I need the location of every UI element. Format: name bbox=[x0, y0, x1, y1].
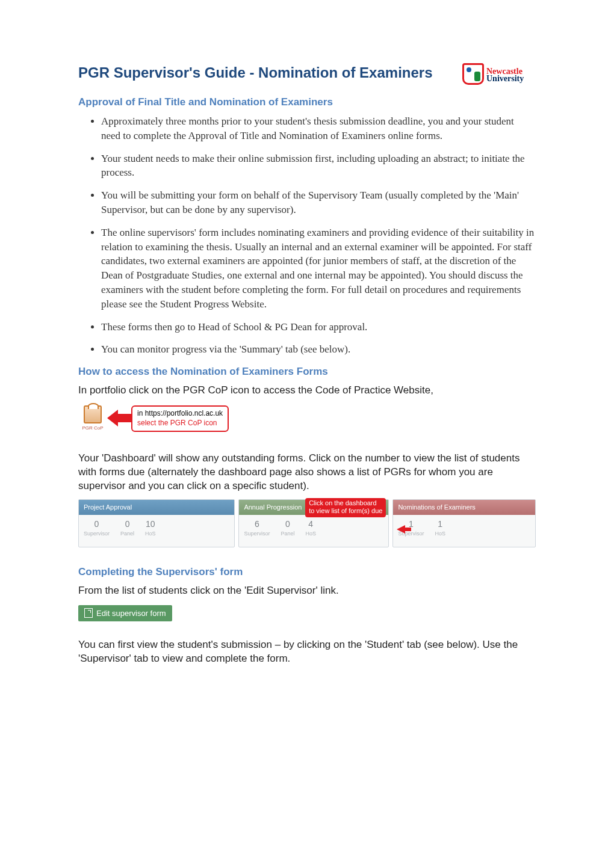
dash-col[interactable]: 0 Panel bbox=[120, 519, 134, 537]
padlock-icon bbox=[84, 405, 102, 423]
logo-crest-icon bbox=[462, 63, 484, 85]
callout-line2: select the PGR CoP icon bbox=[137, 419, 223, 428]
cop-icon-callout: PGR CoP in https://portfolio.ncl.ac.uk s… bbox=[78, 402, 536, 435]
dashboard-callout-line1: Click on the dashboard bbox=[309, 499, 382, 507]
section-heading-access: How to access the Nomination of Examiner… bbox=[78, 365, 536, 379]
dash-label: Panel bbox=[120, 530, 134, 537]
dash-count: 0 bbox=[285, 519, 290, 530]
page-header: PGR Supervisor's Guide - Nomination of E… bbox=[78, 63, 536, 87]
callout-speech-box: in https://portfolio.ncl.ac.uk select th… bbox=[131, 405, 229, 431]
list-item: The online supervisors' form includes no… bbox=[101, 226, 536, 312]
dash-col[interactable]: 0 Supervisor bbox=[84, 519, 110, 537]
list-item: Your student needs to make their online … bbox=[101, 152, 536, 180]
page-title: PGR Supervisor's Guide - Nomination of E… bbox=[78, 63, 433, 82]
dashboard-card-nominations[interactable]: Nominations of Examiners 1 Supervisor 1 … bbox=[392, 499, 536, 547]
list-item: These forms then go to Head of School & … bbox=[101, 320, 536, 334]
pgr-cop-icon-label: PGR CoP bbox=[82, 425, 103, 432]
dash-label: Supervisor bbox=[244, 530, 270, 537]
newcastle-university-logo: Newcastle University bbox=[462, 63, 536, 87]
section-heading-completing: Completing the Supervisors' form bbox=[78, 565, 536, 579]
dash-col[interactable]: 0 Panel bbox=[281, 519, 294, 537]
arrow-left-icon bbox=[397, 525, 405, 534]
document-icon bbox=[84, 608, 93, 618]
list-item: You can monitor progress via the 'Summar… bbox=[101, 342, 536, 357]
dash-count: 0 bbox=[95, 519, 99, 530]
completing-para-text: You can first view the student's submiss… bbox=[78, 638, 536, 666]
dash-count: 1 bbox=[438, 519, 442, 530]
dash-col[interactable]: 1 HoS bbox=[435, 519, 445, 537]
edit-supervisor-form-button[interactable]: Edit supervisor form bbox=[78, 605, 172, 622]
dashboard-card-title: Nominations of Examiners bbox=[393, 500, 535, 515]
dash-count: 6 bbox=[255, 519, 259, 530]
list-item: Approximately three months prior to your… bbox=[101, 114, 536, 143]
pgr-cop-icon[interactable]: PGR CoP bbox=[78, 402, 107, 435]
dashboard-card-project-approval[interactable]: Project Approval 0 Supervisor 0 Panel 10… bbox=[78, 499, 235, 547]
dash-label: HoS bbox=[435, 530, 445, 537]
dash-label: Supervisor bbox=[84, 530, 110, 537]
dash-count: 4 bbox=[308, 519, 313, 530]
dash-col[interactable]: 6 Supervisor bbox=[244, 519, 270, 537]
arrow-left-icon bbox=[111, 410, 131, 427]
dash-count: 0 bbox=[125, 519, 130, 530]
dash-count: 10 bbox=[146, 519, 155, 530]
access-intro-text: In portfolio click on the PGR CoP icon t… bbox=[78, 384, 536, 398]
approval-bullet-list: Approximately three months prior to your… bbox=[78, 114, 536, 357]
section-heading-approval: Approval of Final Title and Nomination o… bbox=[78, 96, 536, 109]
dash-label: HoS bbox=[145, 530, 156, 537]
dashboard-card-title: Project Approval bbox=[79, 500, 234, 515]
completing-intro-text: From the list of students click on the '… bbox=[78, 584, 536, 598]
dashboard-cards: Project Approval 0 Supervisor 0 Panel 10… bbox=[78, 499, 536, 547]
logo-text-line2: University bbox=[486, 75, 524, 83]
dashboard-callout-box: Click on the dashboard to view list of f… bbox=[305, 498, 386, 517]
dash-label: Panel bbox=[281, 530, 294, 537]
dashboard-card-annual-progression[interactable]: Annual Progression Click on the dashboar… bbox=[238, 499, 389, 547]
edit-supervisor-form-label: Edit supervisor form bbox=[96, 608, 166, 619]
callout-line1: in https://portfolio.ncl.ac.uk bbox=[137, 409, 223, 419]
dash-col[interactable]: 4 HoS bbox=[305, 519, 316, 537]
dash-col[interactable]: 10 HoS bbox=[145, 519, 156, 537]
dashboard-callout-line2: to view list of form(s) due bbox=[309, 507, 382, 515]
dash-label: HoS bbox=[305, 530, 316, 537]
list-item: You will be submitting your form on beha… bbox=[101, 188, 536, 217]
dashboard-intro-text: Your 'Dashboard' will show any outstandi… bbox=[78, 452, 536, 493]
